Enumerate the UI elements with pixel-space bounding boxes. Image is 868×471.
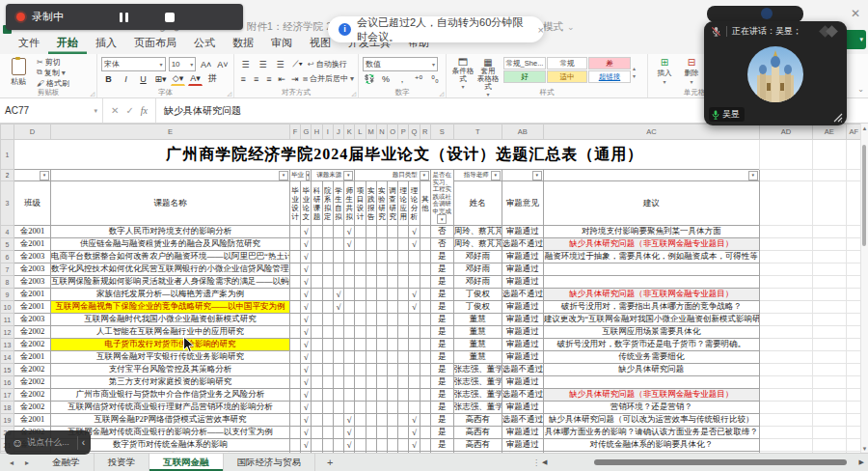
comma-icon[interactable]: , [395,72,409,86]
cell-advisor[interactable]: 周玲、蔡芃芃 [453,238,502,251]
cell-check-H[interactable] [312,339,322,351]
cell-check-F[interactable] [290,351,301,364]
cell-style-chip[interactable]: 常规 [547,57,587,69]
cell-suggestion[interactable]: 破折号没用对，需要指出具体哪方面的竞争战略？ [543,301,759,314]
filter-dropdown-icon[interactable]: ▾ [306,171,311,180]
cell-review[interactable]: 审题通过 [502,376,543,389]
header-topic[interactable]: 课题名称 [51,181,290,226]
header-advisor[interactable]: 姓名 [453,181,502,226]
cell-check-G[interactable]: √ [301,414,312,427]
cell-check-F[interactable] [290,289,301,301]
cell-check-F[interactable] [290,364,301,376]
cell-check-L[interactable] [355,301,366,314]
column-header-K[interactable]: K [344,125,355,140]
cell[interactable] [812,301,846,314]
row-header[interactable]: 15 [1,364,14,376]
cell-check-I[interactable] [322,402,333,414]
wrap-text-button[interactable]: ↩自动换行 [308,60,347,69]
cell-check-F[interactable] [290,376,301,389]
cell-suggestion[interactable] [543,276,759,289]
cell[interactable]: ▾ [51,170,290,181]
cell-review[interactable]: 审题通过 [502,326,543,339]
cell-check-H[interactable] [312,389,322,402]
cell-check-Q[interactable] [409,326,420,339]
row-header[interactable]: 14 [1,351,14,364]
cell-check-J[interactable]: √ [333,301,343,314]
cell-review[interactable]: 选题不通过 [502,364,543,376]
cell-check-I[interactable] [322,251,333,263]
cell-check-M[interactable] [366,251,376,263]
column-header-F[interactable]: F [290,125,301,140]
cell-check-F[interactable] [290,389,301,402]
row-header[interactable]: 9 [1,289,14,301]
cell-style-chip[interactable]: 超链接 [588,70,631,83]
cell[interactable] [759,414,812,427]
cell-check-L[interactable] [355,364,366,376]
formula-content[interactable]: 缺少具体研究问题 [156,104,241,118]
cell-check-H[interactable] [312,376,322,389]
column-header-N[interactable]: N [376,125,387,140]
align-bottom-icon[interactable]: ☰ [273,58,287,71]
cell-check-Q[interactable] [409,276,420,289]
cell-check-P[interactable] [398,439,409,452]
chat-placeholder[interactable]: 说点什么... [27,436,72,449]
cell-check-N[interactable] [376,226,387,238]
cell-check-N[interactable] [376,289,387,301]
cell[interactable] [759,314,812,326]
filter-dropdown-icon[interactable]: ▾ [40,171,49,180]
cell-check-N[interactable] [376,339,387,351]
cell-advisor[interactable]: 董慧 [453,351,502,364]
cell-check-L[interactable] [355,326,366,339]
cell-check-K[interactable]: √ [344,427,355,439]
orientation-icon[interactable]: ⟋▾ [290,58,305,71]
cell-check-R[interactable] [420,251,430,263]
cell[interactable] [759,326,812,339]
cell[interactable]: ▾ [543,170,759,181]
cell-suggestion[interactable]: 缺少具体研究问题（非互联网金融专业题目） [543,389,759,402]
cell-check-G[interactable]: √ [301,263,312,276]
cut-button[interactable]: ✂剪切 [37,57,69,67]
cell-check-R[interactable] [420,414,430,427]
cell[interactable] [846,439,861,452]
cell-review[interactable]: 审题通过 [502,276,543,289]
cell-suggestion[interactable]: 对跨境支付影响要聚焦到某一具体方面 [543,226,759,238]
cell-field-done[interactable]: 是 [430,263,453,276]
column-header-AF[interactable]: AF [846,125,861,140]
cell-check-G[interactable]: √ [301,427,312,439]
notification-close-icon[interactable]: × [538,24,544,36]
cell[interactable] [846,326,861,339]
column-header-G[interactable]: G [301,125,312,140]
cell[interactable] [759,276,812,289]
cell-check-H[interactable] [312,289,322,301]
cell-check-J[interactable] [333,414,343,427]
cell-check-I[interactable] [322,376,333,389]
cell[interactable] [846,339,861,351]
cell[interactable] [812,276,846,289]
cell-check-L[interactable] [355,427,366,439]
row-header[interactable]: 1 [1,140,14,170]
borders-icon[interactable]: ⊞▾ [153,72,168,86]
cell[interactable] [812,170,846,181]
sheet-nav-right-icon[interactable]: ▸ [25,458,29,467]
cell-check-O[interactable] [387,414,397,427]
align-top-icon[interactable]: ☰ [238,58,253,71]
cell[interactable] [812,181,846,226]
row-header[interactable]: 3 [1,181,14,226]
cell-check-P[interactable] [398,314,409,326]
cell-review[interactable]: 审题通过 [502,301,543,314]
column-header-AC[interactable]: AC [543,125,759,140]
cell[interactable] [846,364,861,376]
cell-check-J[interactable] [333,339,343,351]
column-header-AE[interactable]: AE [812,125,846,140]
font-name-combo[interactable]: 宋体▾ [101,57,166,71]
cell[interactable] [759,289,812,301]
header-vertical[interactable]: 理论分析 [409,181,420,226]
menu-tab-公式[interactable]: 公式 [185,34,224,54]
column-header-AD[interactable]: AD [759,125,812,140]
cell-check-K[interactable]: √ [344,226,355,238]
cell[interactable] [812,226,846,238]
confirm-entry-icon[interactable]: ✓ [125,105,133,116]
column-header-I[interactable]: I [322,125,333,140]
cell-check-R[interactable] [420,263,430,276]
cell-check-N[interactable] [376,301,387,314]
